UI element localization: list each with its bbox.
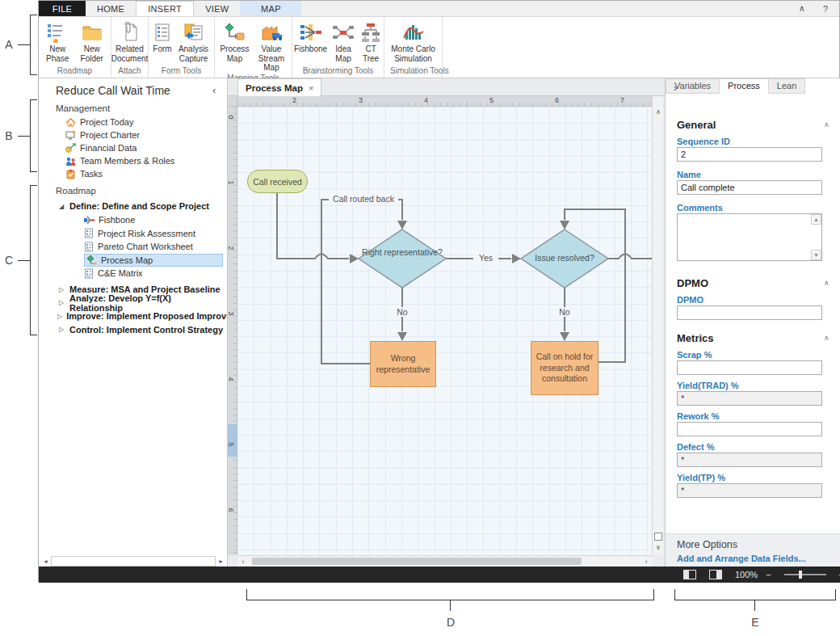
close-tab-icon[interactable]: × bbox=[309, 83, 313, 93]
annotation-label-e: E bbox=[747, 616, 763, 629]
yield-trad-field[interactable] bbox=[677, 391, 822, 406]
related-document-icon bbox=[120, 20, 141, 44]
properties-panel: › Variables Process Lean General ∧ Seque… bbox=[665, 78, 840, 567]
roadmap-item-process-map-selected[interactable]: Process Map bbox=[84, 254, 223, 267]
document-tab-process-map[interactable]: Process Map × bbox=[237, 78, 321, 96]
decision-shape-right-representative[interactable] bbox=[359, 230, 446, 288]
roadmap-item-risk-assessment[interactable]: Project Risk Assessment bbox=[84, 227, 226, 241]
ribbon-group-brainstorming-tools: Fishbone Idea Map CT Tree Brainstorming … bbox=[292, 17, 384, 78]
pan-tool-icon[interactable] bbox=[654, 533, 662, 541]
add-data-fields-link[interactable]: Add and Arrange Data Fields... bbox=[677, 554, 806, 563]
idea-map-button[interactable]: Idea Map bbox=[330, 19, 356, 63]
tree-collapsed-icon[interactable]: ▷ bbox=[57, 326, 65, 333]
tab-insert[interactable]: INSERT bbox=[136, 1, 194, 16]
yield-trad-label: Yield(TRAD) % bbox=[677, 381, 739, 390]
roadmap-phase-improve[interactable]: ▷ Improve: Implement Proposed Improveme bbox=[57, 310, 227, 323]
tab-view[interactable]: VIEW bbox=[194, 1, 240, 16]
connector-label-call-routed-back: Call routed back bbox=[329, 194, 398, 204]
ribbon-group-simulation-tools: Monte Carlo Simulation Simulation Tools bbox=[384, 17, 443, 78]
canvas-horizontal-scrollbar[interactable]: ‹ › bbox=[237, 555, 652, 567]
ribbon-tab-bar: FILE HOME INSERT VIEW MAP ∧ ? bbox=[39, 1, 839, 17]
sidebar-item-tasks[interactable]: Tasks bbox=[65, 167, 223, 180]
roadmap-item-ce-matrix[interactable]: C&E Matrix bbox=[84, 267, 226, 280]
ct-tree-button[interactable]: CT Tree bbox=[358, 19, 384, 63]
flow-shape-start[interactable]: Call received bbox=[247, 170, 308, 193]
sidebar-item-team-members[interactable]: Team Members & Roles bbox=[65, 154, 223, 167]
scrap-field[interactable] bbox=[677, 360, 822, 375]
sidebar-item-project-charter[interactable]: Project Charter bbox=[65, 128, 223, 141]
scroll-down-icon[interactable]: ∨ bbox=[653, 542, 664, 553]
tree-collapsed-icon[interactable]: ▷ bbox=[57, 299, 65, 306]
dpmo-field[interactable] bbox=[677, 305, 822, 320]
zoom-out-button[interactable]: − bbox=[766, 570, 771, 579]
tree-collapsed-icon[interactable]: ▷ bbox=[57, 313, 62, 320]
scroll-up-icon[interactable]: ▲ bbox=[811, 214, 821, 225]
process-map-button[interactable]: Process Map bbox=[217, 19, 252, 63]
form-button[interactable]: Form bbox=[151, 19, 174, 54]
roadmap-phase-control[interactable]: ▷ Control: Implement Control Strategy bbox=[57, 323, 227, 337]
scroll-left-icon[interactable]: ‹ bbox=[237, 556, 249, 567]
name-field[interactable] bbox=[677, 180, 822, 195]
roadmap-item-fishbone[interactable]: Fishbone bbox=[84, 213, 226, 227]
new-phase-button[interactable]: New Phase bbox=[41, 19, 74, 63]
ribbon-group-mapping-tools: Process Map Value Stream Map Mapping Too… bbox=[215, 17, 292, 78]
sidebar-horizontal-scrollbar[interactable]: ◂ ▸ bbox=[40, 556, 226, 567]
tree-expanded-icon[interactable]: ◢ bbox=[57, 203, 65, 210]
scroll-right-icon[interactable]: › bbox=[640, 556, 652, 567]
sequence-id-field[interactable] bbox=[677, 147, 822, 162]
help-icon[interactable]: ? bbox=[823, 4, 828, 14]
collapse-section-icon[interactable]: ∧ bbox=[824, 279, 830, 287]
flow-shape-wrong-representative[interactable]: Wrong representative bbox=[370, 341, 436, 387]
process-map-canvas[interactable]: Call received Right representative? Issu… bbox=[237, 107, 652, 555]
roadmap-phase-define[interactable]: ◢ Define: Define and Scope Project bbox=[57, 200, 223, 213]
tab-process[interactable]: Process bbox=[720, 78, 769, 94]
defect-label: Defect % bbox=[677, 442, 714, 452]
sidebar-item-financial-data[interactable]: Financial Data bbox=[65, 141, 223, 154]
sidebar-collapse-icon[interactable]: ‹ bbox=[212, 84, 216, 96]
canvas-area: Process Map × 2 3 4 5 6 7 0 1 2 3 4 5 6 bbox=[228, 78, 665, 567]
tab-map[interactable]: MAP bbox=[240, 1, 301, 16]
sidebar-item-project-today[interactable]: Project Today bbox=[65, 116, 223, 128]
zoom-slider[interactable] bbox=[784, 574, 826, 575]
annotation-bracket-c bbox=[30, 185, 37, 335]
new-folder-button[interactable]: New Folder bbox=[76, 19, 109, 63]
charter-icon bbox=[65, 130, 76, 141]
project-sidebar: Reduce Call Wait Time ‹ Management Proje… bbox=[39, 78, 228, 567]
canvas-vertical-scrollbar[interactable]: ∧ ∨ bbox=[652, 96, 663, 555]
annotation-dash-a bbox=[18, 44, 30, 45]
scroll-down-icon[interactable]: ▼ bbox=[811, 250, 821, 260]
collapse-section-icon[interactable]: ∧ bbox=[824, 334, 830, 342]
toggle-left-panel-icon[interactable] bbox=[683, 570, 696, 579]
yield-tp-field[interactable] bbox=[677, 483, 822, 498]
horizontal-scroll-thumb[interactable] bbox=[252, 558, 582, 565]
fishbone-button[interactable]: Fishbone bbox=[292, 19, 329, 54]
value-stream-map-button[interactable]: Value Stream Map bbox=[254, 19, 289, 73]
tree-collapsed-icon[interactable]: ▷ bbox=[57, 286, 65, 293]
worksheet-icon bbox=[84, 242, 94, 252]
tab-home[interactable]: HOME bbox=[86, 1, 136, 16]
tab-lean[interactable]: Lean bbox=[769, 78, 805, 94]
related-document-button[interactable]: Related Document bbox=[110, 19, 150, 63]
zoom-slider-thumb[interactable] bbox=[799, 571, 802, 579]
rework-field[interactable] bbox=[677, 422, 822, 436]
collapse-section-icon[interactable]: ∧ bbox=[824, 120, 830, 128]
tab-file[interactable]: FILE bbox=[39, 1, 86, 16]
comments-field[interactable] bbox=[677, 213, 822, 261]
zoom-level: 100% bbox=[735, 570, 758, 579]
scroll-right-icon[interactable]: ▸ bbox=[216, 556, 226, 567]
scroll-up-icon[interactable]: ∧ bbox=[653, 107, 664, 117]
monte-carlo-button[interactable]: Monte Carlo Simulation bbox=[388, 19, 439, 63]
scroll-left-icon[interactable]: ◂ bbox=[40, 556, 51, 567]
flow-shape-call-on-hold[interactable]: Call on hold for research and consultati… bbox=[531, 341, 598, 395]
section-metrics: Metrics bbox=[677, 332, 714, 344]
roadmap-item-pareto-worksheet[interactable]: Pareto Chart Worksheet bbox=[84, 240, 226, 254]
roadmap-phase-analyze[interactable]: ▷ Analyze: Develop Y=f(X) Relationship bbox=[57, 297, 227, 310]
toggle-right-panel-icon[interactable] bbox=[709, 570, 722, 579]
ribbon-collapse-icon[interactable]: ∧ bbox=[799, 3, 805, 14]
home-icon bbox=[65, 117, 76, 128]
worksheet-icon bbox=[84, 268, 94, 279]
defect-field[interactable] bbox=[677, 453, 822, 467]
analysis-capture-button[interactable]: Analysis Capture bbox=[175, 19, 212, 63]
ct-tree-icon bbox=[359, 20, 382, 44]
panel-collapse-icon[interactable]: › bbox=[674, 82, 677, 94]
